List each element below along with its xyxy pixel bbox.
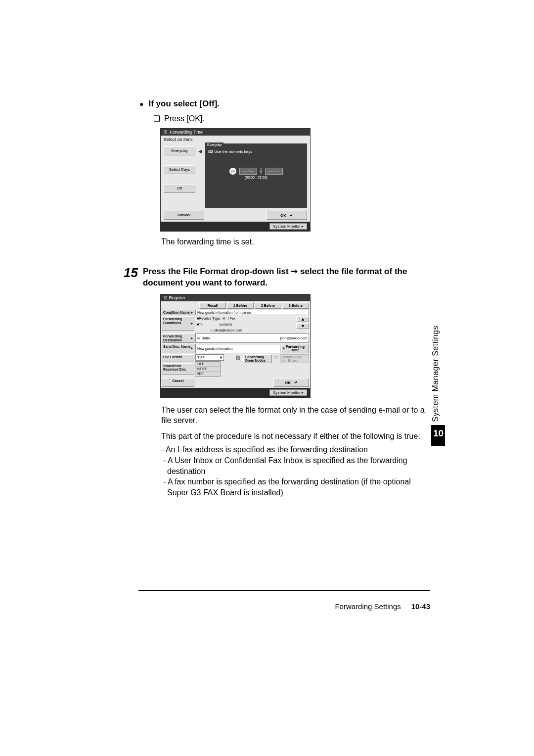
page-footer: Forwarding Settings 10-43 <box>138 590 430 611</box>
file-format-selected: TIFF <box>197 356 205 359</box>
condition-name-button[interactable]: Condition Name <box>162 310 194 315</box>
forwarding-done-notice-button[interactable]: Forwarding Done Notice <box>243 354 272 364</box>
step-15: 15 Press the File Format drop-down list … <box>124 266 430 289</box>
scroll-up-button[interactable]: ▴ <box>296 316 309 322</box>
chevron-right-icon: ▸ <box>283 346 285 350</box>
page: If you select [Off]. Press [OK]. ✆ Forwa… <box>0 0 534 756</box>
time-start-input[interactable]: - - : - - <box>239 168 257 175</box>
forwarding-destination-value: ✉ John john@canon.com <box>195 333 309 343</box>
system-monitor-button[interactable]: System Monitor ▸ <box>269 223 307 230</box>
chevron-down-icon: ▾ <box>220 355 222 360</box>
history-tabs: Recall 1 Before 2 Before 3 Before <box>161 301 310 309</box>
step-instruction: Press the File Format drop-down list ➞ s… <box>143 266 430 289</box>
forwarding-destination-button[interactable]: Forwarding Destination <box>162 333 194 343</box>
clock-icon: ◷ <box>229 168 236 175</box>
window-title: Forwarding Time <box>170 130 203 135</box>
screenshot-register: ✆ Register Recall 1 Before 2 Before 3 Be… <box>160 294 311 398</box>
chapter-number: 10 <box>431 425 445 446</box>
tab-select-days[interactable]: Select Days <box>164 165 195 174</box>
time-range-hint: (00:00 - 23:59) <box>208 176 304 179</box>
tab-3before[interactable]: 3 Before <box>282 302 309 309</box>
tab-1before[interactable]: 1 Before <box>227 302 254 309</box>
step-number: 15 <box>124 266 138 289</box>
notice-only-errors-button[interactable]: Notice Only for Errors <box>280 354 309 364</box>
left-tab-column: Everyday Select Days Off <box>164 143 195 208</box>
window-titlebar: ✆ Register <box>161 294 310 301</box>
bullet-item: An I-fax address is specified as the for… <box>161 444 430 455</box>
cond-row: ■Receive Type: ✉ I-Fax <box>197 317 235 321</box>
time-separator: - <box>260 168 262 174</box>
system-monitor-button[interactable]: System Monitor ▸ <box>269 389 307 396</box>
press-ok-line: Press [OK]. <box>153 114 430 123</box>
cond-email: ▷ silvia@canon.com <box>211 329 242 332</box>
fax-icon: ✆ <box>164 130 168 135</box>
tab-2before[interactable]: 2 Before <box>255 302 281 309</box>
cancel-button[interactable]: Cancel <box>162 378 194 387</box>
tab-everyday[interactable]: Everyday <box>164 146 195 155</box>
explanation-p1: The user can select the file format only… <box>161 405 430 426</box>
file-format-dropdown[interactable]: TIFF ▾ <box>195 354 224 361</box>
explanation-bullets: An I-fax address is specified as the for… <box>161 444 430 498</box>
file-format-option[interactable]: TIFF <box>195 362 220 367</box>
footer-section: Forwarding Settings <box>335 602 400 611</box>
explanation-p2: This part of the procedure is not necess… <box>161 431 430 442</box>
footer-page: 10-43 <box>411 602 430 611</box>
store-print-label[interactable]: Store/Print Received Doc. <box>162 363 194 375</box>
left-pointer-icon: ◀ <box>198 148 202 154</box>
side-tab-label: System Manager Settings <box>431 326 440 422</box>
cond-row: ■To: contains <box>197 323 232 327</box>
file-format-option[interactable]: PDF <box>195 372 220 376</box>
time-settings-panel: Everyday ⌨ Use the numeric keys. ◷ - - :… <box>205 143 307 208</box>
fax-icon: ✆ <box>164 295 168 300</box>
chapter-side-tab: System Manager Settings 10 <box>431 326 445 446</box>
screenshot1-caption: The forwarding time is set. <box>161 237 430 246</box>
file-format-options: TIFF MTIFF PDF <box>195 361 221 377</box>
mail-icon: ✉ <box>197 336 200 340</box>
ifax-icon: ✉ <box>222 317 225 320</box>
tab-recall[interactable]: Recall <box>199 302 226 309</box>
panel-tab-label: Everyday <box>205 142 223 147</box>
numeric-hint: ⌨ Use the numeric keys. <box>208 149 304 154</box>
ok-button[interactable]: OK <box>267 211 307 220</box>
forwarding-conditions-button[interactable]: Forwarding Conditions <box>162 316 194 331</box>
document-icon: 🗎 <box>235 354 241 361</box>
file-format-option[interactable]: MTIFF <box>195 367 220 372</box>
window-titlebar: ✆ Forwarding Time <box>161 129 310 136</box>
forwarding-time-button[interactable]: Forwarding Time ▸ <box>281 344 309 353</box>
send-doc-name-value: New goods information <box>195 344 280 353</box>
window-title: Register <box>169 295 186 300</box>
scroll-down-button[interactable]: ▾ <box>296 323 309 329</box>
bullet-item: A fax number is specified as the forward… <box>161 476 430 498</box>
bullet-item: A User Inbox or Confidential Fax Inbox i… <box>161 455 430 476</box>
keypad-icon: ⌨ <box>208 150 213 153</box>
system-bar: System Monitor ▸ <box>161 222 310 231</box>
page-icon: ▭ <box>274 354 278 360</box>
time-end-input[interactable]: - - : - - <box>265 168 283 175</box>
screenshot-forwarding-time: ✆ Forwarding Time Select an item. Everyd… <box>160 128 311 232</box>
tab-off[interactable]: Off <box>164 184 195 193</box>
cancel-button[interactable]: Cancel <box>164 211 204 220</box>
send-doc-name-button[interactable]: Send Doc. Name <box>162 344 194 353</box>
ok-button[interactable]: OK <box>273 378 309 387</box>
window-subhead: Select an item. <box>161 136 310 143</box>
file-format-label: File Format <box>162 354 194 362</box>
condition-name-value: New goods information from canon <box>195 310 309 315</box>
subsection-heading: If you select [Off]. <box>139 99 430 109</box>
system-bar: System Monitor ▸ <box>161 388 310 397</box>
